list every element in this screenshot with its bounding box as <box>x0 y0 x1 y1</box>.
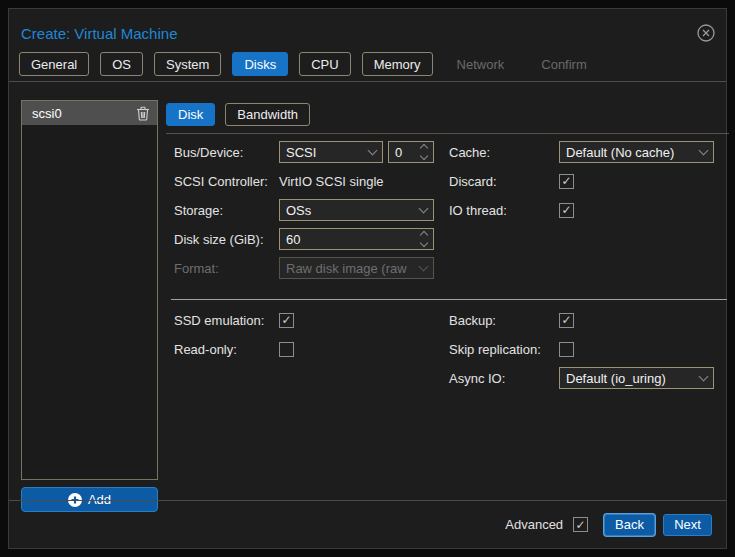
skip-replication-row: Skip replication: <box>449 338 715 360</box>
io-thread-label: IO thread: <box>449 203 559 218</box>
read-only-label: Read-only: <box>174 342 279 357</box>
discard-row: Discard: <box>449 170 715 192</box>
advanced-separator <box>171 299 727 300</box>
io-thread-row: IO thread: <box>449 199 715 221</box>
subtab-disk[interactable]: Disk <box>166 103 215 126</box>
next-button[interactable]: Next <box>663 514 712 536</box>
backup-row: Backup: <box>449 309 715 331</box>
tab-system[interactable]: System <box>154 52 221 76</box>
ssd-emulation-label: SSD emulation: <box>174 313 279 328</box>
disk-device-list: scsi0 <box>21 100 158 480</box>
bus-select[interactable]: SCSI <box>279 141 383 163</box>
tab-general[interactable]: General <box>19 52 89 76</box>
form-column-left: Bus/Device: SCSI 0 SCSI Controller: Virt… <box>174 141 434 286</box>
advanced-checkbox[interactable] <box>573 517 588 532</box>
disk-size-label: Disk size (GiB): <box>174 232 279 247</box>
tab-network: Network <box>444 52 518 76</box>
dialog-footer: Advanced Back Next <box>9 500 726 548</box>
storage-label: Storage: <box>174 203 279 218</box>
async-io-select[interactable]: Default (io_uring) <box>559 367 714 389</box>
dialog-title: Create: Virtual Machine <box>21 25 177 42</box>
async-io-row: Async IO: Default (io_uring) <box>449 367 715 389</box>
tab-cpu[interactable]: CPU <box>299 52 350 76</box>
advanced-column-left: SSD emulation: Read-only: <box>174 309 434 367</box>
advanced-column-right: Backup: Skip replication: Async IO: Defa… <box>449 309 715 396</box>
advanced-toggle-label: Advanced <box>505 517 563 532</box>
format-select: Raw disk image (raw <box>279 257 434 279</box>
disk-size-row: Disk size (GiB): 60 <box>174 228 434 250</box>
tab-memory[interactable]: Memory <box>362 52 433 76</box>
tab-confirm: Confirm <box>528 52 600 76</box>
chevron-down-icon <box>699 371 709 381</box>
discard-checkbox[interactable] <box>559 174 574 189</box>
scsi-controller-value: VirtIO SCSI single <box>279 174 384 189</box>
read-only-checkbox[interactable] <box>279 342 294 357</box>
disks-panel: scsi0 Add Disk Bandwidth <box>9 81 726 499</box>
scsi-controller-label: SCSI Controller: <box>174 174 279 189</box>
spinner-arrows-icon[interactable] <box>421 232 427 246</box>
backup-checkbox[interactable] <box>559 313 574 328</box>
cache-label: Cache: <box>449 145 559 160</box>
async-io-label: Async IO: <box>449 371 559 386</box>
bus-device-label: Bus/Device: <box>174 145 279 160</box>
skip-replication-label: Skip replication: <box>449 342 559 357</box>
storage-select[interactable]: OSs <box>279 199 434 221</box>
wizard-tab-bar: General OS System Disks CPU Memory Netwo… <box>19 50 716 78</box>
discard-label: Discard: <box>449 174 559 189</box>
storage-row: Storage: OSs <box>174 199 434 221</box>
disk-list-item-scsi0[interactable]: scsi0 <box>22 101 157 125</box>
tab-os[interactable]: OS <box>100 52 143 76</box>
skip-replication-checkbox[interactable] <box>559 342 574 357</box>
scsi-controller-row: SCSI Controller: VirtIO SCSI single <box>174 170 434 192</box>
tab-disks[interactable]: Disks <box>232 52 288 76</box>
bus-index-spinner[interactable]: 0 <box>388 141 434 163</box>
chevron-down-icon <box>699 145 709 155</box>
subtab-separator <box>166 133 729 134</box>
io-thread-checkbox[interactable] <box>559 203 574 218</box>
spinner-arrows-icon[interactable] <box>421 145 427 159</box>
form-column-right: Cache: Default (No cache) Discard: IO th… <box>449 141 715 228</box>
chevron-down-icon <box>368 145 378 155</box>
create-vm-dialog: Create: Virtual Machine General OS Syste… <box>8 8 727 549</box>
subtab-bandwidth[interactable]: Bandwidth <box>225 103 310 126</box>
backup-label: Backup: <box>449 313 559 328</box>
read-only-row: Read-only: <box>174 338 434 360</box>
disk-item-label: scsi0 <box>32 106 136 121</box>
close-icon[interactable] <box>696 23 716 43</box>
format-label: Format: <box>174 261 279 276</box>
disk-sub-tabs: Disk Bandwidth <box>166 103 310 126</box>
bus-device-row: Bus/Device: SCSI 0 <box>174 141 434 163</box>
chevron-down-icon <box>419 203 429 213</box>
disk-size-spinner[interactable]: 60 <box>279 228 434 250</box>
chevron-down-icon <box>419 261 429 271</box>
cache-select[interactable]: Default (No cache) <box>559 141 714 163</box>
format-row: Format: Raw disk image (raw <box>174 257 434 279</box>
cache-row: Cache: Default (No cache) <box>449 141 715 163</box>
ssd-emulation-checkbox[interactable] <box>279 313 294 328</box>
back-button[interactable]: Back <box>604 514 655 536</box>
trash-icon[interactable] <box>136 106 150 121</box>
ssd-emulation-row: SSD emulation: <box>174 309 434 331</box>
